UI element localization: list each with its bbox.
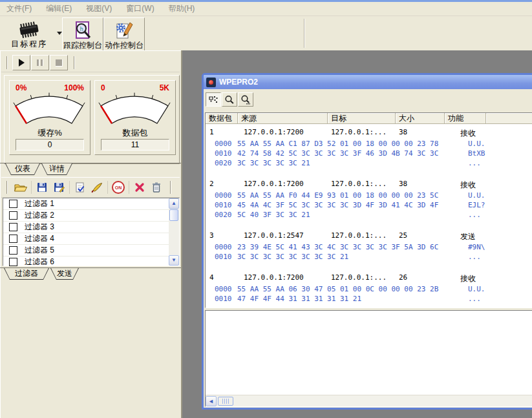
column-header-size[interactable]: 大小 [396, 113, 445, 124]
wpepro2-window-icon[interactable] [206, 78, 216, 87]
filter-checkbox[interactable] [9, 246, 17, 255]
apply-filter-button[interactable] [72, 180, 89, 195]
column-header-source[interactable]: 来源 [238, 113, 328, 124]
tab-send[interactable]: 发送 [50, 268, 79, 280]
socket-capture-button[interactable] [206, 92, 221, 107]
scrollbar-thumb[interactable] [218, 397, 233, 406]
filter-label: 过滤器 4 [25, 233, 54, 244]
list-item[interactable]: 过滤器 3 [3, 222, 179, 233]
toolbar-separator [107, 181, 108, 194]
column-header-packet[interactable]: 数据包 [206, 113, 238, 124]
wpepro2-window: WPEPRO2 [202, 73, 532, 410]
monitor-tab-bar: 仪表 详情 [0, 163, 181, 176]
hex-row[interactable]: 000055 AA 55 AA C1 87 D3 52 01 00 18 00 … [206, 140, 532, 149]
packet-gauge: 0 5K 数据包 11 [94, 80, 176, 155]
check-document-icon [74, 182, 86, 193]
stop-button[interactable] [50, 55, 68, 70]
list-item[interactable]: 过滤器 6 [3, 256, 179, 268]
packet-entry: 3 127.0.0.1:2547 127.0.0.1:... 25 发送 000… [206, 231, 532, 262]
hex-row[interactable]: 00205C 40 3F 3C 3C 21... [206, 211, 532, 220]
filter-tab-bar: 过滤器 发送 [0, 267, 181, 281]
hex-row[interactable]: 000023 39 4E 5C 41 43 3C 4C 3C 3C 3C 3C … [206, 243, 532, 253]
toolbar-grip [6, 56, 8, 69]
target-program-label: 目标程序 [11, 39, 47, 49]
pen-icon [90, 182, 103, 193]
hex-row[interactable]: 001045 4A 4C 3F 5C 3C 3C 3C 3C 3D 4F 3D … [206, 201, 532, 211]
packet-entry: 4 127.0.0.1:7200 127.0.0.1:... 26 接收 000… [206, 273, 532, 304]
action-console-icon [114, 21, 134, 40]
packet-summary-row[interactable]: 4 127.0.0.1:7200 127.0.0.1:... 26 接收 [206, 273, 532, 283]
tab-gauges[interactable]: 仪表 [5, 163, 40, 175]
filter-checkbox[interactable] [9, 200, 17, 208]
menu-help[interactable]: 帮助(H) [162, 1, 203, 16]
scrollbar-thumb[interactable] [169, 209, 178, 221]
play-icon [19, 59, 25, 67]
filter-label: 过滤器 6 [25, 256, 54, 267]
scroll-up-icon[interactable]: ▲ [169, 198, 179, 209]
trace-console-button[interactable]: h 跟踪控制台 [62, 17, 103, 51]
packet-rows: 1 127.0.0.1:7200 127.0.0.1:... 38 接收 000… [206, 124, 532, 304]
wpepro2-titlebar[interactable]: WPEPRO2 [204, 75, 532, 89]
menu-view[interactable]: 视图(V) [80, 1, 120, 16]
save-filters-as-button[interactable] [50, 180, 67, 195]
packet-entry: 2 127.0.0.1:7200 127.0.0.1:... 38 接收 000… [206, 180, 532, 220]
horizontal-scrollbar[interactable]: ◄ [206, 395, 532, 406]
wpepro2-toolbar [206, 92, 254, 107]
left-panel: 0% 100% 缓存% 0 0 5K [0, 50, 182, 418]
pause-button[interactable] [31, 55, 49, 70]
packet-summary-row[interactable]: 2 127.0.0.1:7200 127.0.0.1:... 38 接收 [206, 180, 532, 189]
menu-edit[interactable]: 编辑(E) [39, 1, 80, 16]
filter-checkbox[interactable] [9, 258, 17, 266]
hex-row[interactable]: 001047 4F 4F 44 31 31 31 31 31 21... [206, 295, 532, 304]
target-program-dropdown-icon[interactable] [57, 32, 62, 35]
hex-row[interactable]: 00103C 3C 3C 3C 3C 3C 3C 3C 21... [206, 253, 532, 262]
svg-text:h: h [80, 26, 83, 32]
action-console-button[interactable]: 动作控制台 [103, 17, 145, 51]
filter-checkbox[interactable] [9, 211, 17, 220]
filter-checkbox[interactable] [9, 235, 17, 243]
search-button[interactable] [222, 92, 237, 107]
packet-list: 数据包 来源 目标 大小 功能 1 127.0.0.1:7200 127.0.0… [205, 112, 532, 308]
edit-filter-button[interactable] [89, 180, 105, 195]
chip-icon [14, 21, 45, 39]
filter-label: 过滤器 1 [25, 198, 54, 209]
list-item[interactable]: 过滤器 4 [3, 233, 179, 245]
delete-filter-button[interactable] [131, 180, 148, 195]
scroll-left-icon[interactable]: ◄ [206, 396, 217, 406]
hex-row[interactable]: 000055 AA 55 AA 06 30 47 05 01 00 0C 00 … [206, 285, 532, 295]
filter-on-button[interactable]: ON [110, 180, 127, 195]
play-button[interactable] [12, 55, 30, 70]
toolbar-separator [69, 181, 70, 194]
target-program-button[interactable]: 目标程序 [4, 18, 54, 49]
save-filters-button[interactable] [34, 180, 50, 195]
column-header-target[interactable]: 目标 [328, 113, 396, 124]
trace-console-icon: h [73, 21, 92, 40]
menu-file[interactable]: 文件(F) [0, 1, 39, 16]
clear-filters-button[interactable] [148, 180, 165, 195]
buffer-gauge: 0% 100% 缓存% 0 [9, 80, 90, 155]
packet-summary-row[interactable]: 1 127.0.0.1:7200 127.0.0.1:... 38 接收 [206, 128, 532, 138]
transport-toolbar [1, 54, 180, 72]
tab-filters[interactable]: 过滤器 [4, 268, 49, 280]
open-filter-button[interactable] [12, 180, 29, 195]
toolbar-separator [129, 181, 129, 194]
list-item[interactable]: 过滤器 1 [3, 198, 179, 210]
column-header-function[interactable]: 功能 [445, 113, 486, 124]
hex-row[interactable]: 001042 74 58 42 5C 3C 3C 3C 3C 3F 46 3D … [206, 149, 532, 159]
magnifier-icon [224, 95, 235, 105]
scroll-down-icon[interactable]: ▼ [169, 255, 179, 266]
filter-label: 过滤器 2 [25, 210, 54, 221]
hex-row[interactable]: 00203C 3C 3C 3C 3C 21... [206, 159, 532, 169]
menu-window[interactable]: 窗口(W) [120, 1, 162, 16]
hex-row[interactable]: 000055 AA 55 AA F0 44 E9 93 01 00 18 00 … [206, 191, 532, 201]
toolbar-grip [74, 56, 75, 69]
filter-list-scrollbar[interactable]: ▲ ▼ [169, 198, 179, 266]
list-item[interactable]: 过滤器 5 [3, 245, 179, 256]
packet-summary-row[interactable]: 3 127.0.0.1:2547 127.0.0.1:... 25 发送 [206, 231, 532, 241]
filter-checkbox[interactable] [9, 223, 17, 231]
search-options-button[interactable] [238, 92, 253, 107]
trace-console-label: 跟踪控制台 [63, 40, 102, 50]
list-item[interactable]: 过滤器 2 [3, 210, 179, 222]
tab-details[interactable]: 详情 [41, 163, 72, 175]
menu-bar: 文件(F) 编辑(E) 视图(V) 窗口(W) 帮助(H) [0, 2, 532, 16]
